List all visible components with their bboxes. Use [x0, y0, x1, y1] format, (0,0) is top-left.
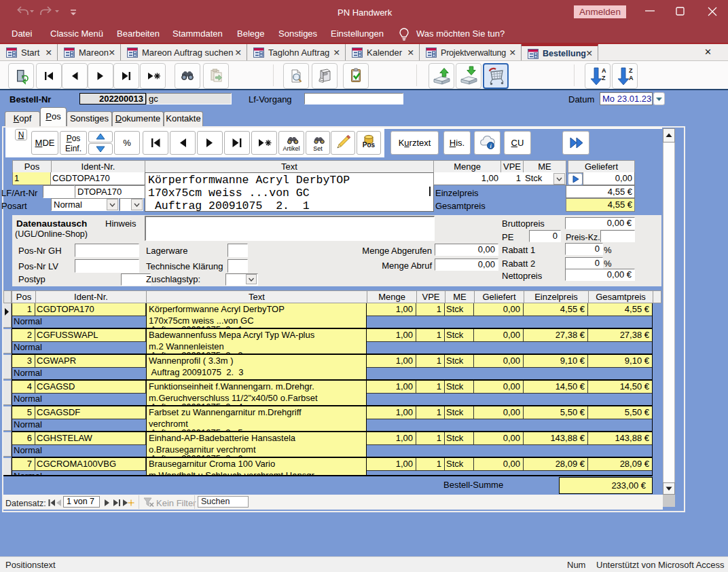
- svg-text:Z: Z: [602, 75, 606, 81]
- svg-text:A: A: [602, 67, 606, 74]
- svg-text:A: A: [629, 75, 634, 81]
- svg-text:Z: Z: [629, 67, 633, 74]
